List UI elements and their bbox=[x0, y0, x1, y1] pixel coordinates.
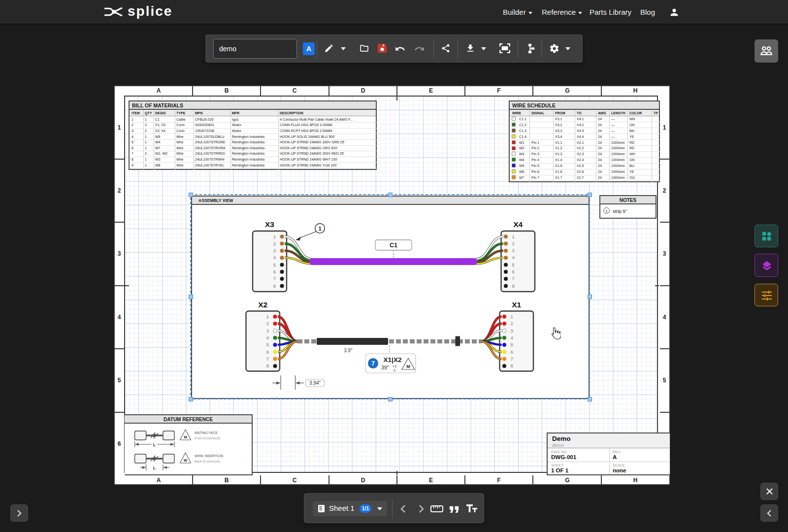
svg-text:8: 8 bbox=[266, 363, 269, 368]
svg-text:MATING FACE: MATING FACE bbox=[195, 431, 218, 434]
svg-text:3.94": 3.94" bbox=[309, 380, 321, 386]
svg-text:L: L bbox=[153, 442, 156, 447]
svg-text:C1: C1 bbox=[390, 242, 397, 249]
svg-text:Back of connector: Back of connector bbox=[195, 460, 221, 463]
svg-text:5: 5 bbox=[511, 342, 513, 347]
svg-text:X3: X3 bbox=[265, 220, 274, 229]
svg-text:2: 2 bbox=[266, 321, 269, 326]
svg-text:3: 3 bbox=[512, 248, 515, 253]
svg-text:39": 39" bbox=[381, 365, 389, 370]
svg-text:1: 1 bbox=[511, 314, 513, 319]
svg-text:8: 8 bbox=[273, 283, 276, 289]
svg-text:1: 1 bbox=[318, 226, 321, 232]
svg-text:5: 5 bbox=[512, 262, 515, 267]
svg-text:W: W bbox=[184, 458, 188, 463]
svg-text:4: 4 bbox=[512, 255, 515, 260]
svg-text:4: 4 bbox=[266, 335, 269, 340]
svg-text:M: M bbox=[184, 435, 187, 439]
svg-text:2: 2 bbox=[273, 241, 276, 246]
svg-text:X1: X1 bbox=[512, 300, 521, 309]
svg-text:3: 3 bbox=[266, 328, 269, 333]
svg-text:L: L bbox=[153, 466, 156, 470]
svg-text:7: 7 bbox=[273, 276, 276, 281]
svg-text:2: 2 bbox=[512, 241, 515, 246]
svg-text:X1|X2: X1|X2 bbox=[384, 356, 402, 364]
svg-text:2: 2 bbox=[511, 321, 513, 326]
svg-text:1: 1 bbox=[266, 314, 269, 319]
svg-text:3.9": 3.9" bbox=[344, 348, 353, 353]
svg-text:1: 1 bbox=[512, 234, 515, 239]
svg-text:6: 6 bbox=[511, 349, 513, 355]
svg-text:WIRE INSERTION: WIRE INSERTION bbox=[195, 454, 223, 458]
svg-text:Front of connector: Front of connector bbox=[195, 436, 221, 440]
svg-text:4: 4 bbox=[273, 255, 276, 260]
svg-text:3: 3 bbox=[511, 328, 513, 333]
svg-text:6: 6 bbox=[273, 269, 276, 274]
svg-text:8: 8 bbox=[511, 363, 513, 368]
svg-text:1: 1 bbox=[273, 234, 276, 239]
svg-text:7: 7 bbox=[266, 356, 269, 362]
svg-text:6: 6 bbox=[512, 269, 515, 274]
svg-text:4: 4 bbox=[511, 335, 513, 340]
svg-text:X2: X2 bbox=[258, 300, 267, 309]
svg-text:7: 7 bbox=[511, 356, 513, 362]
svg-text:5: 5 bbox=[266, 342, 269, 347]
svg-text:-1: -1 bbox=[393, 368, 396, 372]
svg-text:5: 5 bbox=[273, 262, 276, 267]
svg-text:3: 3 bbox=[273, 248, 276, 253]
svg-text:M: M bbox=[406, 364, 410, 369]
svg-text:7: 7 bbox=[371, 360, 375, 367]
svg-text:7: 7 bbox=[512, 276, 515, 281]
svg-text:6: 6 bbox=[266, 349, 269, 355]
svg-text:X4: X4 bbox=[513, 220, 523, 229]
svg-text:8: 8 bbox=[512, 283, 515, 289]
